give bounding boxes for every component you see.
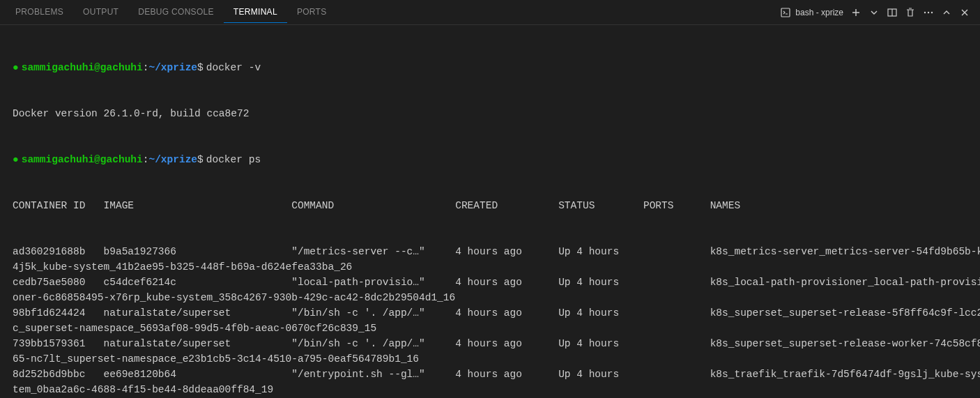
- prompt-dollar: $: [197, 152, 204, 167]
- svg-point-3: [928, 11, 929, 13]
- docker-ps-header: CONTAINER ID IMAGE COMMAND CREATED STATU…: [13, 198, 967, 213]
- table-row: 8d252b6d9bbc ee69e8120b64 "/entrypoint.s…: [13, 367, 967, 382]
- docker-version-output: Docker version 26.1.0-rd, build cca8e72: [13, 106, 967, 121]
- panel-tab-bar: PROBLEMS OUTPUT DEBUG CONSOLE TERMINAL P…: [0, 0, 980, 25]
- tab-debug-console[interactable]: DEBUG CONSOLE: [128, 1, 224, 23]
- tab-output[interactable]: OUTPUT: [73, 1, 128, 23]
- split-terminal-button[interactable]: [887, 7, 898, 18]
- svg-point-2: [924, 11, 926, 13]
- prompt-line-2: ● sammigachuhi@gachuhi:~/xprize$ docker …: [13, 152, 967, 167]
- prompt-colon: :: [143, 60, 149, 75]
- panel-toolbar: bash - xprize: [780, 7, 974, 18]
- svg-point-4: [931, 11, 933, 13]
- table-row: 98bf1d624424 naturalstate/superset "/bin…: [13, 305, 967, 321]
- prompt-path: ~/xprize: [148, 152, 197, 167]
- docker-ps-output: ad360291688b b9a5a1927366 "/metrics-serv…: [13, 244, 967, 398]
- tab-ports[interactable]: PORTS: [287, 1, 337, 23]
- prompt-colon: :: [143, 152, 149, 167]
- terminal-dropdown-button[interactable]: [868, 7, 880, 18]
- terminal-content[interactable]: ● sammigachuhi@gachuhi:~/xprize$ docker …: [0, 25, 980, 398]
- new-terminal-button[interactable]: [850, 7, 862, 18]
- prompt-line-1: ● sammigachuhi@gachuhi:~/xprize$ docker …: [13, 60, 967, 75]
- more-actions-button[interactable]: [923, 7, 934, 18]
- table-row: ad360291688b b9a5a1927366 "/metrics-serv…: [13, 244, 967, 259]
- table-row: 739bb1579361 naturalstate/superset "/bin…: [13, 336, 967, 351]
- kill-terminal-button[interactable]: [905, 7, 916, 18]
- table-row: 4j5k_kube-system_41b2ae95-b325-448f-b69a…: [13, 259, 967, 275]
- prompt-bullet-icon: ●: [13, 152, 19, 167]
- prompt-user: sammigachuhi@gachuhi: [22, 60, 143, 75]
- terminal-profile-text: bash - xprize: [795, 8, 843, 17]
- table-row: c_superset-namespace_5693af08-99d5-4f0b-…: [13, 321, 967, 336]
- command-text: docker ps: [206, 152, 261, 167]
- prompt-path: ~/xprize: [148, 60, 197, 75]
- tab-problems[interactable]: PROBLEMS: [6, 1, 73, 23]
- table-row: cedb75ae5080 c54dcef6214c "local-path-pr…: [13, 275, 967, 290]
- panel-tabs: PROBLEMS OUTPUT DEBUG CONSOLE TERMINAL P…: [6, 1, 337, 23]
- prompt-user: sammigachuhi@gachuhi: [22, 152, 143, 167]
- prompt-bullet-icon: ●: [13, 60, 19, 75]
- close-panel-button[interactable]: [959, 7, 970, 18]
- tab-terminal[interactable]: TERMINAL: [224, 1, 287, 23]
- terminal-box-icon: [780, 7, 791, 18]
- prompt-dollar: $: [197, 60, 204, 75]
- command-text: docker -v: [206, 60, 261, 75]
- terminal-profile-label[interactable]: bash - xprize: [780, 7, 843, 18]
- table-row: oner-6c86858495-x76rp_kube-system_358c42…: [13, 290, 967, 305]
- svg-rect-0: [781, 8, 790, 17]
- maximize-panel-button[interactable]: [941, 7, 952, 18]
- table-row: tem_0baa2a6c-4688-4f15-be44-8ddeaa00ff84…: [13, 382, 967, 397]
- table-row: 65-nc7lt_superset-namespace_e23b1cb5-3c1…: [13, 351, 967, 367]
